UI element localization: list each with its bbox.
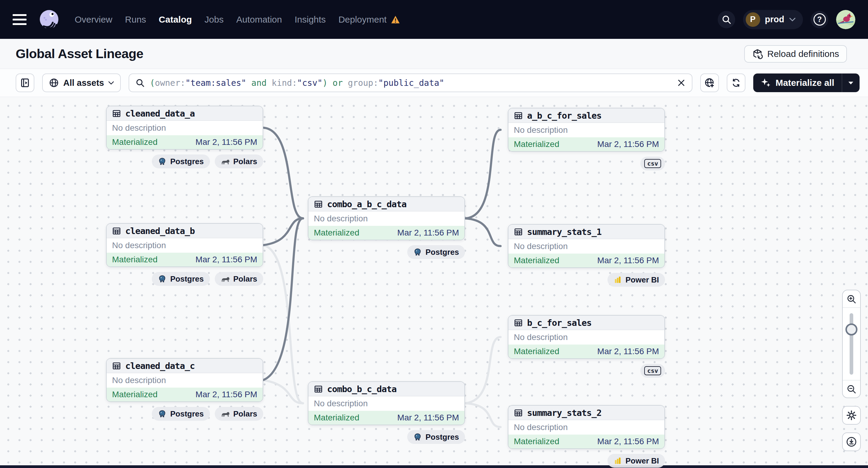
materialize-icon <box>761 78 771 88</box>
search-button[interactable] <box>718 11 735 28</box>
nav-item-jobs[interactable]: Jobs <box>205 14 223 25</box>
asset-timestamp: Mar 2, 11:56 PM <box>597 256 659 265</box>
asset-node-combo_a_b_c_data[interactable]: combo_a_b_c_dataNo descriptionMaterializ… <box>308 196 465 240</box>
asset-timestamp: Mar 2, 11:56 PM <box>195 255 257 264</box>
asset-timestamp: Mar 2, 11:56 PM <box>597 437 659 446</box>
nav-item-label: Jobs <box>205 14 223 25</box>
kind-tag-label: Polars <box>234 274 257 284</box>
postgres-icon <box>158 410 166 418</box>
help-button[interactable]: ? <box>811 11 828 28</box>
download-image-button[interactable] <box>842 433 861 451</box>
table-icon <box>314 200 323 209</box>
asset-status-bar: MaterializedMar 2, 11:56 PM <box>308 226 464 240</box>
asset-status-bar: MaterializedMar 2, 11:56 PM <box>106 253 262 267</box>
asset-name: combo_b_c_data <box>327 384 396 394</box>
asset-status: Materialized <box>112 137 157 147</box>
open-panel-button[interactable] <box>16 73 34 92</box>
materialize-all-button[interactable]: Materialize all <box>753 73 842 92</box>
kind-tag-label: Polars <box>234 157 257 166</box>
zoom-in-button[interactable] <box>843 290 860 308</box>
query-token: or <box>333 78 348 88</box>
new-filter-icon <box>704 77 715 88</box>
nav-item-label: Runs <box>125 14 146 25</box>
settings-icon <box>846 410 857 421</box>
kind-tag-powerbi[interactable]: Power BI <box>608 273 665 287</box>
postgres-icon <box>413 433 422 441</box>
asset-node-summary_stats_2[interactable]: summary_stats_2No descriptionMaterialize… <box>508 405 665 449</box>
asset-node-cleaned_data_a[interactable]: cleaned_data_aNo descriptionMaterialized… <box>106 106 263 150</box>
asset-search-input[interactable]: (owner:"team:sales" and kind:"csv") or g… <box>129 73 692 92</box>
csv-icon: csv <box>644 159 661 168</box>
nav-item-deployment[interactable]: Deployment <box>339 14 400 25</box>
kind-tag-postgres[interactable]: Postgres <box>152 272 210 286</box>
asset-node-b_c_for_sales[interactable]: b_c_for_salesNo descriptionMaterializedM… <box>508 315 665 359</box>
asset-description: No description <box>508 420 664 435</box>
table-icon <box>514 408 523 417</box>
lineage-edge-combo_a_b_c_data-to-summary_stats_1 <box>465 218 501 246</box>
lineage-edge-cleaned_data_c-to-combo_a_b_c_data <box>263 218 303 380</box>
asset-node-combo_b_c_data[interactable]: combo_b_c_dataNo descriptionMaterialized… <box>308 381 465 425</box>
zoom-slider-thumb[interactable] <box>845 323 858 336</box>
user-avatar[interactable] <box>836 10 855 29</box>
asset-status-bar: MaterializedMar 2, 11:56 PM <box>508 435 664 448</box>
nav-item-runs[interactable]: Runs <box>125 14 146 25</box>
kind-tag-powerbi[interactable]: Power BI <box>608 454 665 468</box>
table-icon <box>112 109 121 118</box>
asset-status-bar: MaterializedMar 2, 11:56 PM <box>508 137 664 151</box>
lineage-canvas[interactable]: cleaned_data_aNo descriptionMaterialized… <box>0 97 868 468</box>
kind-tag-polars[interactable]: Polars <box>215 407 264 421</box>
asset-description: No description <box>106 238 262 253</box>
menu-icon[interactable] <box>13 14 27 25</box>
clear-search-button[interactable] <box>677 78 686 87</box>
nav-items: OverviewRunsCatalogJobsAutomationInsight… <box>75 14 400 25</box>
asset-kind-tags: Power BI <box>608 273 665 287</box>
reload-definitions-button[interactable]: Reload definitions <box>744 45 847 63</box>
download-icon <box>846 436 857 447</box>
kind-tag-postgres[interactable]: Postgres <box>152 155 210 168</box>
kind-tag-csv[interactable]: csv <box>640 157 665 170</box>
page-title: Global Asset Lineage <box>16 46 143 61</box>
zoom-slider[interactable] <box>843 308 860 380</box>
kind-tag-postgres[interactable]: Postgres <box>152 407 210 421</box>
graph-settings-button[interactable] <box>842 406 861 425</box>
query-token: ( <box>150 78 155 88</box>
nav-item-insights[interactable]: Insights <box>294 14 326 25</box>
asset-kind-tags: Power BI <box>608 454 665 468</box>
kind-tag-label: Postgres <box>170 409 204 418</box>
nav-item-overview[interactable]: Overview <box>75 14 112 25</box>
powerbi-icon <box>614 276 622 284</box>
asset-node-summary_stats_1[interactable]: summary_stats_1No descriptionMaterialize… <box>508 224 665 268</box>
kind-tag-postgres[interactable]: Postgres <box>407 430 465 444</box>
asset-kind-tags: Postgres <box>407 245 465 259</box>
kind-tag-label: Postgres <box>170 157 204 166</box>
nav-item-automation[interactable]: Automation <box>236 14 282 25</box>
asset-scope-select[interactable]: All assets <box>42 73 121 92</box>
zoom-out-button[interactable] <box>843 380 860 398</box>
powerbi-icon <box>614 457 622 465</box>
postgres-icon <box>413 248 422 257</box>
kind-tag-postgres[interactable]: Postgres <box>407 245 465 259</box>
lineage-edge-cleaned_data_b-to-combo_b_c_data <box>263 245 303 403</box>
polars-icon <box>221 410 230 417</box>
asset-status-bar: MaterializedMar 2, 11:56 PM <box>106 135 262 149</box>
kind-tag-csv[interactable]: csv <box>640 364 665 378</box>
refresh-button[interactable] <box>727 73 745 92</box>
lineage-edge-combo_b_c_data-to-b_c_for_sales <box>465 337 501 403</box>
nav-item-catalog[interactable]: Catalog <box>159 14 192 25</box>
chevron-down-icon <box>108 81 114 85</box>
asset-name: a_b_c_for_sales <box>527 111 601 121</box>
deployment-switcher[interactable]: P prod <box>743 10 803 29</box>
asset-node-cleaned_data_c[interactable]: cleaned_data_cNo descriptionMaterialized… <box>106 358 263 402</box>
search-icon <box>721 14 732 25</box>
postgres-icon <box>158 275 166 283</box>
new-catalog-view-button[interactable] <box>700 73 719 92</box>
dagster-logo[interactable] <box>37 8 61 31</box>
query-token: "public_data" <box>378 78 444 88</box>
asset-status-bar: MaterializedMar 2, 11:56 PM <box>508 254 664 268</box>
kind-tag-polars[interactable]: Polars <box>215 272 264 286</box>
kind-tag-label: Power BI <box>625 456 659 466</box>
asset-node-cleaned_data_b[interactable]: cleaned_data_bNo descriptionMaterialized… <box>106 223 263 267</box>
materialize-options-button[interactable] <box>842 73 860 92</box>
kind-tag-polars[interactable]: Polars <box>215 155 264 168</box>
asset-node-a_b_c_for_sales[interactable]: a_b_c_for_salesNo descriptionMaterialize… <box>508 108 665 152</box>
